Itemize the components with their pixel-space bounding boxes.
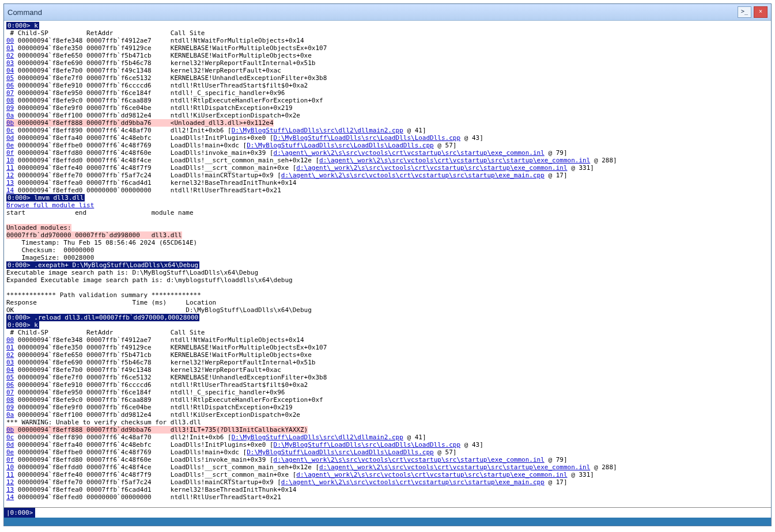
frame-link[interactable]: 08 [6, 97, 14, 104]
frame-link[interactable]: 04 [6, 67, 14, 74]
frame-link[interactable]: 01 [6, 344, 14, 351]
source-link[interactable]: d:\agent\_work\2\s\src\vctools\crt\vcsta… [281, 478, 545, 486]
frame-link[interactable]: 0c [6, 434, 14, 441]
source-link[interactable]: D:\MyBlogStuff\LoadDlls\src\dll2\dllmain… [232, 434, 403, 441]
output-pane[interactable]: 0:000> k # Child-SP RetAddr Call Site 00… [4, 21, 771, 507]
frame-link[interactable]: 14 [6, 493, 14, 501]
frame-link[interactable]: 0e [6, 449, 14, 456]
frame-link[interactable]: 0e [6, 142, 14, 149]
frame-link[interactable]: 0a [6, 112, 14, 119]
frame-link[interactable]: 12 [6, 172, 14, 179]
frame-link[interactable]: 03 [6, 59, 14, 67]
source-link[interactable]: d:\agent\_work\2\s\src\vctools\crt\vcsta… [296, 471, 567, 478]
frame-link[interactable]: 07 [6, 89, 14, 97]
frame-link[interactable]: 0a [6, 411, 14, 419]
frame-link[interactable]: 08 [6, 396, 14, 404]
titlebar: Command >_ × [4, 4, 771, 21]
source-link[interactable]: D:\MyBlogStuff\LoadDlls\src\LoadDlls\Loa… [274, 441, 461, 449]
frame-link[interactable]: 05 [6, 374, 14, 381]
frame-link[interactable]: 12 [6, 478, 14, 486]
frame-link[interactable]: 0f [6, 456, 14, 463]
source-link[interactable]: D:\MyBlogStuff\LoadDlls\src\LoadDlls\Loa… [274, 134, 461, 142]
frame-link[interactable]: 0b [6, 119, 14, 127]
source-link[interactable]: d:\agent\_work\2\s\src\vctools\crt\vcsta… [274, 456, 545, 463]
source-link[interactable]: d:\agent\_work\2\s\src\vctools\crt\vcsta… [296, 164, 567, 172]
unloaded-heading: Unloaded modules: [6, 224, 71, 231]
console-icon[interactable]: >_ [738, 6, 751, 18]
highlighted-frame: 0b 00000094`f8eff888 00007ffb`dd9bba76 d… [6, 426, 308, 434]
close-button[interactable]: × [754, 6, 768, 18]
frame-link[interactable]: 0d [6, 134, 14, 142]
status-bar [4, 518, 771, 526]
source-link[interactable]: d:\agent\_work\2\s\src\vctools\crt\vcsta… [319, 463, 590, 471]
frame-link[interactable]: 09 [6, 104, 14, 112]
frame-link[interactable]: 0b [6, 426, 14, 434]
command-window: Command >_ × 0:000> k # Child-SP RetAddr… [3, 3, 772, 526]
source-link[interactable]: D:\MyBlogStuff\LoadDlls\src\LoadDlls\Loa… [247, 449, 434, 456]
frame-link[interactable]: 02 [6, 351, 14, 359]
frame-link[interactable]: 09 [6, 404, 14, 411]
frame-link[interactable]: 10 [6, 157, 14, 164]
frame-link[interactable]: 11 [6, 164, 14, 172]
frame-link[interactable]: 0d [6, 441, 14, 449]
browse-modules-link[interactable]: Browse full module list [6, 202, 94, 209]
frame-link[interactable]: 13 [6, 179, 14, 187]
frame-link[interactable]: 10 [6, 463, 14, 471]
frame-link[interactable]: 07 [6, 389, 14, 396]
prompt: 0:000> .exepath+ D:\MyBlogStuff\LoadDlls… [6, 261, 199, 269]
source-link[interactable]: D:\MyBlogStuff\LoadDlls\src\dll2\dllmain… [232, 127, 403, 134]
highlighted-frame: 0b 00000094`f8eff888 00007ffb`dd9bba76 <… [6, 119, 274, 127]
frame-link[interactable]: 0f [6, 149, 14, 157]
frame-link[interactable]: 01 [6, 44, 14, 52]
frame-link[interactable]: 13 [6, 486, 14, 493]
command-input[interactable] [35, 508, 771, 518]
prompt: 0:000> k [6, 321, 39, 329]
source-link[interactable]: D:\MyBlogStuff\LoadDlls\src\LoadDlls\Loa… [247, 142, 434, 149]
frame-link[interactable]: 00 [6, 336, 14, 344]
command-input-bar: |0:000> [4, 507, 771, 518]
frame-link[interactable]: 06 [6, 82, 14, 89]
source-link[interactable]: d:\agent\_work\2\s\src\vctools\crt\vcsta… [281, 172, 545, 179]
source-link[interactable]: d:\agent\_work\2\s\src\vctools\crt\vcsta… [274, 149, 545, 157]
source-link[interactable]: d:\agent\_work\2\s\src\vctools\crt\vcsta… [319, 157, 590, 164]
frame-link[interactable]: 0c [6, 127, 14, 134]
frame-link[interactable]: 04 [6, 366, 14, 374]
frame-link[interactable]: 14 [6, 187, 14, 194]
frame-link[interactable]: 06 [6, 381, 14, 389]
window-title: Command [7, 9, 42, 16]
frame-link[interactable]: 00 [6, 37, 14, 44]
unloaded-range: 00007ffb`dd970000 00007ffb`dd998000 dll3… [6, 231, 182, 239]
input-prompt: |0:000> [4, 508, 35, 518]
frame-link[interactable]: 02 [6, 52, 14, 59]
prompt: 0:000> k [6, 22, 39, 29]
frame-link[interactable]: 11 [6, 471, 14, 478]
frame-link[interactable]: 03 [6, 359, 14, 366]
prompt: 0:000> lmvm dll3.dll [6, 194, 85, 202]
prompt: 0:000> .reload dll3.dll=00007ffb`dd97000… [6, 314, 199, 321]
frame-link[interactable]: 05 [6, 74, 14, 82]
